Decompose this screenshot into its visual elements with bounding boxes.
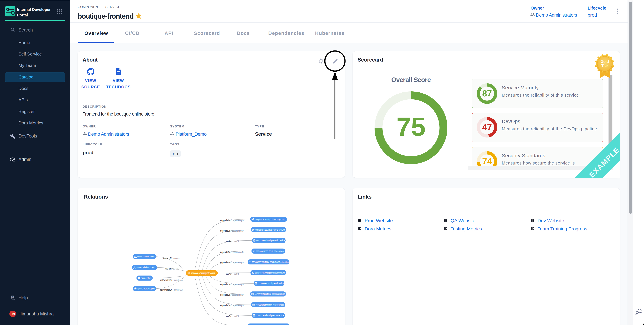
- svg-text:?: ?: [12, 296, 14, 298]
- svg-text:dependsOn / dependencyOf: dependsOn / dependencyOf: [220, 294, 244, 296]
- svg-text:component:boutique-checkoutser: component:boutique-checkoutservice: [254, 293, 285, 295]
- svg-text:Demo Administrators: Demo Administrators: [137, 255, 155, 258]
- svg-text:component:boutique-adservice: component:boutique-adservice: [258, 282, 284, 285]
- svg-text:apiProvidedBy / providesApi: apiProvidedBy / providesApi: [160, 289, 183, 291]
- svg-text:component:boutique-emailservic: component:boutique-emailservice: [256, 250, 284, 252]
- svg-text:component:boutique-frontend: component:boutique-frontend: [191, 272, 215, 275]
- svg-text:Gold: Gold: [600, 59, 609, 64]
- svg-text:apiProvidedBy / providesApi: apiProvidedBy / providesApi: [160, 279, 183, 281]
- svg-text:hasPart / partOf: hasPart / partOf: [226, 273, 239, 275]
- svg-text:dependsOn / dependencyOf: dependsOn / dependencyOf: [220, 251, 244, 253]
- svg-text:ownerOf / ownedBy: ownerOf / ownedBy: [163, 257, 180, 260]
- svg-text:component:boutique-loadgenerat: component:boutique-loadgenerator: [256, 303, 284, 306]
- svg-text:component:boutique-redisservic: component:boutique-redisservice: [256, 239, 285, 242]
- svg-text:component:boutique-shippingser: component:boutique-shippingservice: [255, 271, 285, 274]
- svg-text:dependsOn / dependencyOf: dependsOn / dependencyOf: [220, 261, 244, 264]
- svg-text:dependsOn / dependencyOf: dependsOn / dependencyOf: [220, 304, 244, 307]
- svg-text:component:boutique-cartservice: component:boutique-cartservice: [256, 314, 284, 317]
- svg-text:dependsOn / dependencyOf: dependsOn / dependencyOf: [220, 283, 244, 286]
- svg-text:dependsOn / dependencyOf: dependsOn / dependencyOf: [220, 229, 244, 232]
- svg-text:Tier: Tier: [601, 63, 608, 68]
- svg-text:dependsOn / dependencyOf: dependsOn / dependencyOf: [220, 219, 244, 222]
- svg-text:component:boutique-paymentserv: component:boutique-paymentservice: [255, 228, 285, 231]
- svg-text:api:petstore: api:petstore: [141, 277, 152, 279]
- svg-text:hasPart / partOf: hasPart / partOf: [226, 240, 239, 243]
- svg-text:hasPart / partOf: hasPart / partOf: [165, 267, 178, 270]
- svg-text:component:boutique-productcata: component:boutique-productcatalogservice: [252, 261, 288, 263]
- svg-text:api:starwars-graphql: api:starwars-graphql: [137, 287, 155, 290]
- svg-text:component:boutique-currencyser: component:boutique-currencyservice: [255, 218, 286, 221]
- svg-text:hasPart / partOf: hasPart / partOf: [226, 315, 239, 318]
- svg-text:system:Platform_Demo: system:Platform_Demo: [136, 266, 156, 269]
